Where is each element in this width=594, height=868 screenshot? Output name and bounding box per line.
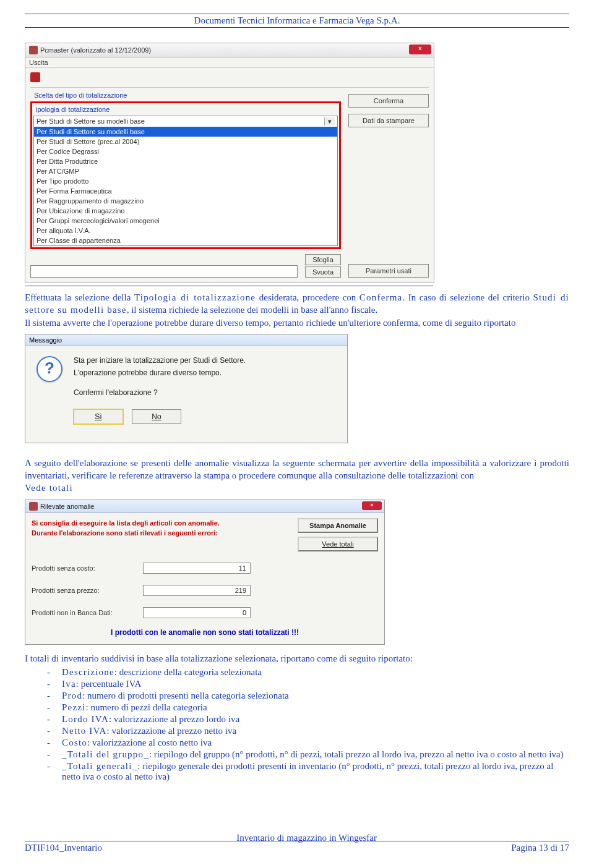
question-icon: ? bbox=[37, 356, 62, 382]
paragraph-2: A seguito dell'elaborazione se presenti … bbox=[25, 457, 569, 495]
option[interactable]: Per aliquota I.V.A. bbox=[34, 226, 337, 236]
group-label: Scelta del tipo di totalizzazione bbox=[30, 91, 341, 101]
toolbar bbox=[30, 70, 429, 88]
app-icon bbox=[29, 46, 38, 54]
option[interactable]: Per Ditta Produttrice bbox=[34, 156, 337, 166]
highlighted-area: ipologia di totalizzazione Per Studi di … bbox=[30, 101, 341, 249]
option[interactable]: Per Classe di appartenenza bbox=[34, 236, 337, 245]
option[interactable]: Per Codice Degrassi bbox=[34, 147, 337, 156]
option[interactable]: Per Gruppi merceologici/valori omogenei bbox=[34, 216, 337, 226]
sfoglia-button[interactable]: Sfoglia bbox=[305, 254, 341, 265]
chevron-down-icon[interactable]: ▾ bbox=[324, 117, 335, 126]
tipologia-select[interactable]: Per Studi di Settore su modelli base▾ Pe… bbox=[33, 116, 338, 246]
dati-stampare-button[interactable]: Dati da stampare bbox=[348, 114, 429, 127]
row-value: 219 bbox=[143, 585, 251, 596]
footer-left: DTIF104_Inventario bbox=[25, 843, 102, 853]
dialog-title: Rilevate anomalie bbox=[40, 503, 94, 510]
paragraph-1: Effettuata la selezione della Tipologia … bbox=[25, 291, 569, 329]
app-icon bbox=[29, 502, 38, 511]
warning-text: I prodotti con le anomalie non sono stat… bbox=[32, 628, 378, 637]
row-value: 11 bbox=[143, 563, 251, 574]
menu-uscita[interactable]: Uscita bbox=[25, 57, 434, 68]
vede-totali-button[interactable]: Vede totali bbox=[298, 537, 378, 551]
conferma-button[interactable]: Conferma bbox=[348, 94, 429, 108]
message-dialog: Messaggio ? Sta per iniziare la totalizz… bbox=[25, 334, 348, 443]
dialog-titlebar: Rilevate anomalie × bbox=[25, 500, 384, 513]
svuota-button[interactable]: Svuota bbox=[305, 266, 341, 278]
stampa-anomalie-button[interactable]: Stampa Anomalie bbox=[298, 518, 378, 533]
footer-right: Pagina 13 di 17 bbox=[511, 843, 569, 853]
close-icon[interactable]: × bbox=[409, 45, 431, 54]
footer-center: Inventario di magazzino in Wingesfar bbox=[102, 833, 511, 843]
page-footer: DTIF104_Inventario Inventario di magazzi… bbox=[25, 840, 569, 853]
option[interactable]: Per Studi di Settore (prec.al 2004) bbox=[34, 137, 337, 147]
option[interactable]: Per Tipo prodotto bbox=[34, 176, 337, 186]
option[interactable]: Per Forma Farmaceutica bbox=[34, 186, 337, 196]
option-selected[interactable]: Per Studi di Settore su modelli base bbox=[34, 127, 337, 137]
option[interactable]: Per Raggruppamento di magazzino bbox=[34, 196, 337, 206]
row-label: Prodotti senza prezzo: bbox=[32, 587, 143, 594]
no-button[interactable]: No bbox=[132, 409, 181, 424]
paragraph-3: I totali di inventario suddivisi in base… bbox=[25, 652, 569, 665]
option[interactable]: Per Studi di Settore su modelli base▾ bbox=[34, 116, 337, 127]
toolbar-icon[interactable] bbox=[30, 72, 40, 82]
header-title: Documenti Tecnici Informatica e Farmacia… bbox=[25, 15, 569, 26]
row-value: 0 bbox=[143, 607, 251, 618]
row-label: Prodotti senza costo: bbox=[32, 564, 143, 572]
anomalie-dialog: Rilevate anomalie × Si consiglia di eseg… bbox=[25, 500, 385, 645]
dialog-title: Messaggio bbox=[25, 334, 347, 346]
option[interactable]: Per Ubicazione di magazzino bbox=[34, 206, 337, 216]
combo-label: ipologia di totalizzazione bbox=[33, 104, 338, 116]
window-titlebar: Pcmaster (valorizzato al 12/12/2009) × bbox=[25, 43, 434, 57]
anomalie-message: Si consiglia di eseguire la lista degli … bbox=[32, 518, 291, 551]
dialog-text: Sta per iniziare la totalizzazione per S… bbox=[74, 356, 246, 432]
close-icon[interactable]: × bbox=[362, 501, 382, 510]
file-input[interactable] bbox=[30, 265, 298, 278]
option[interactable]: Per ATC/GMP bbox=[34, 166, 337, 176]
si-button[interactable]: Sì bbox=[74, 409, 123, 424]
field-list: -Descrizione: descrizione della categori… bbox=[47, 667, 569, 782]
pcmaster-window: Pcmaster (valorizzato al 12/12/2009) × U… bbox=[25, 43, 434, 283]
window-title: Pcmaster (valorizzato al 12/12/2009) bbox=[40, 46, 151, 54]
row-label: Prodotti non in Banca Dati: bbox=[32, 609, 143, 616]
page-header: Documenti Tecnici Informatica e Farmacia… bbox=[25, 14, 569, 28]
parametri-button[interactable]: Parametri usati bbox=[348, 264, 429, 278]
